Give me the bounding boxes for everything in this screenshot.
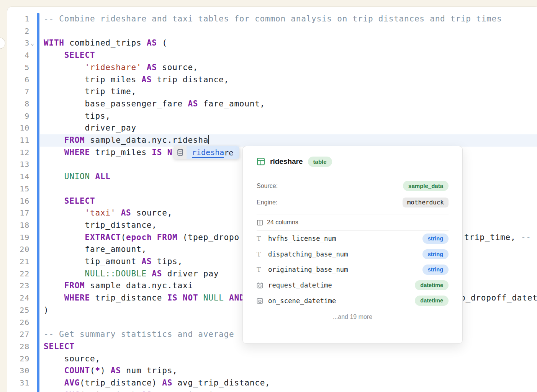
column-row-on_scene_datetime: on_scene_datetimedatetime [257, 293, 449, 309]
autocomplete-item-rideshare[interactable]: rideshare [187, 146, 239, 159]
column-name: on_scene_datetime [268, 297, 415, 305]
column-row-originating_base_num: Toriginating_base_numstring [257, 262, 449, 278]
code-line-31[interactable]: 31 AVG(trip_distance) AS avg_trip_distan… [0, 377, 537, 389]
code-line-10[interactable]: 10 driver_pay [0, 122, 537, 134]
token-k: IS [167, 293, 178, 302]
token-k: AS [141, 257, 152, 266]
token-p: fare_amount, [198, 99, 265, 108]
code-line-2[interactable]: 2 [0, 25, 537, 38]
code-line-5[interactable]: 5 'rideshare' AS source, [0, 62, 537, 74]
token-k: AS [162, 378, 172, 387]
token-p: sample_data.nyc.taxi [85, 281, 193, 290]
token-k: * [95, 366, 100, 375]
code-text: fare_amount, [44, 243, 147, 256]
line-number: 5 [7, 62, 29, 74]
table-icon [257, 157, 265, 166]
token-p: ( [90, 366, 95, 375]
line-number: 18 [7, 219, 29, 232]
code-text: WITH combined_trips AS ( [44, 37, 167, 49]
line-number: 8 [7, 98, 29, 110]
code-line-4[interactable]: 4 SELECT [0, 49, 537, 62]
token-p [44, 208, 85, 217]
fold-chevron-icon[interactable]: ⌄ [31, 38, 34, 50]
code-line-8[interactable]: 8 base_passenger_fare AS fare_amount, [0, 98, 537, 110]
code-line-32[interactable]: 32 AVG(trip_time) AS avg_trip_time, [0, 389, 537, 392]
token-p [44, 378, 64, 387]
token-k: EXTRACT [85, 233, 121, 242]
token-p: source, [157, 63, 198, 72]
token-p: trip_distance, [44, 220, 157, 230]
line-number: 27 [7, 328, 29, 341]
token-k: AS [188, 99, 198, 108]
code-line-29[interactable]: 29 source, [0, 353, 537, 365]
line-number: 22 [7, 268, 29, 280]
autocomplete-popup[interactable]: rideshare [174, 146, 239, 159]
code-line-3[interactable]: 3⌄WITH combined_trips AS ( [0, 37, 537, 49]
token-p: (trip_distance) [80, 378, 162, 387]
line-number: 26 [7, 317, 29, 329]
code-line-6[interactable]: 6 trip_miles AS trip_distance, [0, 74, 537, 86]
token-k: AS [147, 63, 157, 72]
token-p: base_passenger_fare [44, 99, 188, 108]
tooltip-table-name: rideshare [270, 157, 303, 166]
token-p [178, 293, 183, 302]
column-name: hvfhs_license_num [268, 235, 422, 242]
token-k: AS [121, 208, 131, 217]
token-p [44, 269, 85, 278]
line-number: 11 [7, 134, 29, 147]
token-k: WHERE [64, 293, 90, 302]
code-text: ) [44, 304, 49, 317]
token-k: N [167, 148, 172, 157]
token-k: IS [152, 148, 162, 157]
line-number: 9 [7, 110, 29, 122]
code-line-11[interactable]: 11 FROM sample_data.nyc.ridesha [0, 134, 537, 147]
token-p: combined_trips [64, 38, 147, 47]
line-number: 13 [7, 158, 29, 171]
token-p [44, 293, 64, 302]
columns-list: Thvfhs_license_numstringTdispatching_bas… [257, 231, 449, 309]
code-text: base_passenger_fare AS fare_amount, [44, 98, 265, 110]
token-k: SELECT [44, 342, 75, 351]
token-p [44, 148, 64, 157]
token-k: FROM [64, 281, 85, 290]
table-info-tooltip: rideshare table Source: sample_data Engi… [242, 146, 463, 344]
source-value-badge: sample_data [403, 181, 449, 191]
line-number: 6 [7, 74, 29, 86]
editor-change-gutter-bar [37, 13, 39, 392]
line-number: 3 [7, 37, 29, 49]
line-number: 25 [7, 304, 29, 317]
token-k: NOT [183, 293, 198, 302]
column-type-badge: string [422, 249, 449, 260]
code-text: COUNT(*) AS num_trips, [44, 365, 178, 377]
line-number: 31 [7, 377, 29, 389]
source-row: Source: sample_data [257, 178, 449, 194]
token-k: AVG [64, 390, 80, 392]
column-type-badge: string [422, 265, 449, 275]
code-line-7[interactable]: 7 trip_time, [0, 86, 537, 98]
token-k: AS [141, 390, 152, 392]
line-number: 29 [7, 353, 29, 365]
code-line-30[interactable]: 30 COUNT(*) AS num_trips, [0, 365, 537, 377]
token-p [44, 233, 85, 242]
engine-value-badge: motherduck [403, 198, 449, 207]
line-number: 14 [7, 171, 29, 183]
token-p: trip_distance [90, 293, 167, 302]
token-p: tips, [152, 257, 183, 266]
token-p: avg_trip_time, [152, 390, 229, 392]
code-line-1[interactable]: 1-- Combine rideshare and taxi tables fo… [0, 13, 537, 25]
code-text: EXTRACT(epoch FROM (tpep_dropo [44, 232, 239, 244]
columns-count-row: 24 columns [257, 214, 449, 230]
token-c: -- Get summary statistics and average [44, 330, 239, 339]
token-p [116, 208, 121, 217]
tooltip-header: rideshare table [257, 154, 449, 169]
token-k: SELECT [64, 51, 95, 60]
token-p [90, 172, 95, 181]
token-p: driver_pay [162, 269, 219, 278]
column-name: dispatching_base_num [268, 250, 422, 258]
text-cursor [208, 135, 209, 144]
token-p: driver_pay [44, 123, 136, 132]
code-text: SELECT [44, 49, 95, 62]
token-p [147, 269, 152, 278]
code-line-9[interactable]: 9 tips, [0, 110, 537, 122]
token-p: tip_amount [44, 257, 141, 266]
